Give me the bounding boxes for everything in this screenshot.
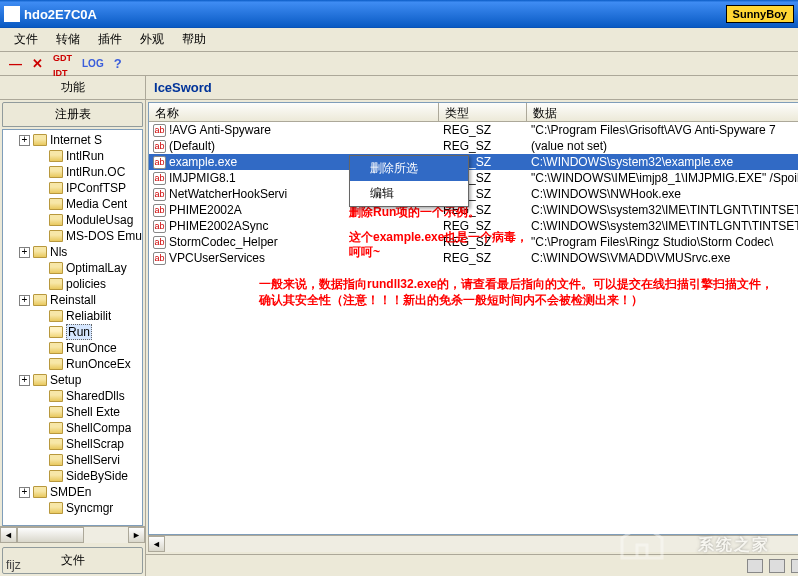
scroll-thumb[interactable] <box>17 527 84 543</box>
tree-item[interactable]: ShellScrap <box>3 436 142 452</box>
tree-item-label: IntlRun.OC <box>66 165 125 179</box>
tree-item[interactable]: +Internet S <box>3 132 142 148</box>
tree-item-label: IntlRun <box>66 149 104 163</box>
folder-icon <box>49 278 63 290</box>
tree-item[interactable]: policies <box>3 276 142 292</box>
tree-item[interactable]: Reliabilit <box>3 308 142 324</box>
expander-icon[interactable]: + <box>19 375 30 386</box>
registry-tab[interactable]: 注册表 <box>2 102 143 127</box>
registry-value-row[interactable]: ab!AVG Anti-SpywareREG_SZ"C:\Program Fil… <box>149 122 798 138</box>
folder-icon <box>49 390 63 402</box>
expander-icon[interactable]: + <box>19 295 30 306</box>
scroll-left-icon[interactable]: ◄ <box>0 527 17 543</box>
right-panel: IceSword 名称 类型 数据 ab!AVG Anti-SpywareREG… <box>146 76 798 576</box>
titlebar: hdo2E7C0A SunnyBoy <box>0 0 798 28</box>
col-header-name[interactable]: 名称 <box>149 103 439 121</box>
registry-value-row[interactable]: abexample.exeREG_SZC:\WINDOWS\system32\e… <box>149 154 798 170</box>
list-header: 名称 类型 数据 <box>149 103 798 122</box>
tree-item[interactable]: +SMDEn <box>3 484 142 500</box>
file-tab[interactable]: 文件 <box>2 547 143 574</box>
folder-icon <box>33 486 47 498</box>
registry-value-row[interactable]: abIMJPMIG8.1REG_SZ"C:\WINDOWS\IME\imjp8_… <box>149 170 798 186</box>
toolbar-x-button[interactable]: ✕ <box>29 54 46 73</box>
registry-value-row[interactable]: abPHIME2002ASyncREG_SZC:\WINDOWS\system3… <box>149 218 798 234</box>
col-header-type[interactable]: 类型 <box>439 103 527 121</box>
folder-icon <box>49 230 63 242</box>
registry-value-row[interactable]: abVPCUserServicesREG_SZC:\WINDOWS\VMADD\… <box>149 250 798 266</box>
menu-view[interactable]: 外观 <box>132 28 172 51</box>
reg-string-icon: ab <box>153 204 166 217</box>
expander-icon[interactable]: + <box>19 487 30 498</box>
tree-hscrollbar[interactable]: ◄ ► <box>0 526 145 543</box>
tree-item[interactable]: IntlRun <box>3 148 142 164</box>
value-name: VPCUserServices <box>169 251 265 265</box>
scroll-right-icon[interactable]: ► <box>128 527 145 543</box>
reg-string-icon: ab <box>153 156 166 169</box>
reg-string-icon: ab <box>153 252 166 265</box>
folder-icon <box>33 294 47 306</box>
toolbar: — ✕ GDT IDT LOG ? <box>0 52 798 76</box>
scroll-left-icon[interactable]: ◄ <box>148 536 165 552</box>
tree-item[interactable]: IPConfTSP <box>3 180 142 196</box>
value-data: "C:\WINDOWS\IME\imjp8_1\IMJPMIG.EXE" /Sp… <box>527 171 798 185</box>
value-data: C:\WINDOWS\NWHook.exe <box>527 187 798 201</box>
tree-item[interactable]: MS-DOS Emu <box>3 228 142 244</box>
folder-icon <box>49 470 63 482</box>
menu-plugin[interactable]: 插件 <box>90 28 130 51</box>
registry-value-row[interactable]: abStormCodec_HelperREG_SZ"C:\Program Fil… <box>149 234 798 250</box>
registry-value-row[interactable]: abNetWatcherHookServiREG_SZC:\WINDOWS\NW… <box>149 186 798 202</box>
context-delete-selected[interactable]: 删除所选 <box>350 156 468 181</box>
col-header-data[interactable]: 数据 <box>527 103 798 121</box>
value-data: C:\WINDOWS\VMADD\VMUSrvc.exe <box>527 251 798 265</box>
status-icon <box>769 559 785 573</box>
folder-icon <box>49 150 63 162</box>
folder-icon <box>49 310 63 322</box>
scroll-track[interactable] <box>165 536 798 552</box>
registry-value-row[interactable]: ab(Default)REG_SZ(value not set) <box>149 138 798 154</box>
tree-item-label: RunOnce <box>66 341 117 355</box>
toolbar-minus-button[interactable]: — <box>6 54 25 73</box>
status-icons <box>747 559 799 573</box>
tree-item[interactable]: ModuleUsag <box>3 212 142 228</box>
value-name: (Default) <box>169 139 215 153</box>
tree-item-label: ShellCompa <box>66 421 131 435</box>
tree-item[interactable]: Syncmgr <box>3 500 142 516</box>
tree-item[interactable]: RunOnceEx <box>3 356 142 372</box>
tree-item[interactable]: OptimalLay <box>3 260 142 276</box>
toolbar-help-button[interactable]: ? <box>111 54 125 73</box>
registry-value-row[interactable]: abPHIME2002AREG_SZC:\WINDOWS\system32\IM… <box>149 202 798 218</box>
tree-item[interactable]: RunOnce <box>3 340 142 356</box>
reg-string-icon: ab <box>153 236 166 249</box>
registry-tree[interactable]: +Internet SIntlRunIntlRun.OCIPConfTSPMed… <box>2 129 143 526</box>
tree-item[interactable]: ShellCompa <box>3 420 142 436</box>
value-name: NetWatcherHookServi <box>169 187 287 201</box>
tree-item[interactable]: +Reinstall <box>3 292 142 308</box>
tree-item[interactable]: SharedDlls <box>3 388 142 404</box>
scroll-track[interactable] <box>17 527 128 543</box>
tree-item[interactable]: IntlRun.OC <box>3 164 142 180</box>
list-hscrollbar[interactable]: ◄ ► <box>148 535 798 552</box>
tree-item-label: RunOnceEx <box>66 357 131 371</box>
reg-string-icon: ab <box>153 140 166 153</box>
footer-text: fijz <box>6 558 21 572</box>
value-data: "C:\Program Files\Grisoft\AVG Anti-Spywa… <box>527 123 798 137</box>
tree-item[interactable]: Shell Exte <box>3 404 142 420</box>
annotation-5: 确认其安全性（注意！！！新出的免杀一般短时间内不会被检测出来！） <box>259 291 643 309</box>
tree-item[interactable]: SideBySide <box>3 468 142 484</box>
tree-item[interactable]: Media Cent <box>3 196 142 212</box>
tree-item[interactable]: +Nls <box>3 244 142 260</box>
context-edit[interactable]: 编辑 <box>350 181 468 206</box>
folder-icon <box>49 454 63 466</box>
folder-icon <box>49 502 63 514</box>
menu-file[interactable]: 文件 <box>6 28 46 51</box>
tree-item[interactable]: Run <box>3 324 142 340</box>
expander-icon[interactable]: + <box>19 247 30 258</box>
tree-item[interactable]: +Setup <box>3 372 142 388</box>
registry-listview[interactable]: 名称 类型 数据 ab!AVG Anti-SpywareREG_SZ"C:\Pr… <box>148 102 798 535</box>
expander-icon[interactable]: + <box>19 135 30 146</box>
toolbar-log-button[interactable]: LOG <box>79 56 107 71</box>
menu-help[interactable]: 帮助 <box>174 28 214 51</box>
window-title: hdo2E7C0A <box>24 7 726 22</box>
folder-icon <box>49 326 63 338</box>
tree-item[interactable]: ShellServi <box>3 452 142 468</box>
